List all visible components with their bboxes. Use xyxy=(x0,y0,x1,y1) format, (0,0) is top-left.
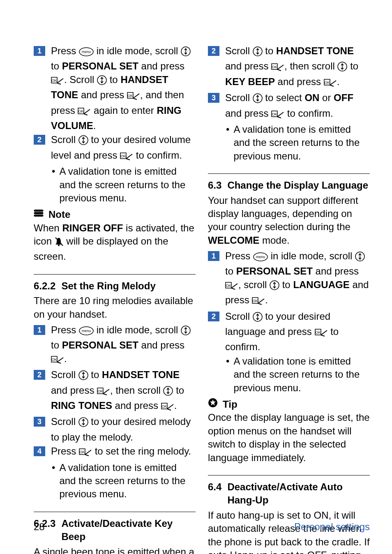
melody-step-4: 4 Press to set the ring melody. xyxy=(34,445,196,460)
bullet-item: • A validation tone is emitted and the s… xyxy=(52,461,196,501)
step-1: 1 Press in idle mode, scroll to PERSONAL… xyxy=(34,44,196,132)
divider xyxy=(34,512,196,512)
text: and press xyxy=(275,76,324,87)
text-strong: LANGUAGE xyxy=(293,279,349,290)
text: and press xyxy=(78,89,127,100)
bullet-item: • A validation tone is emitted and the s… xyxy=(226,355,370,395)
divider xyxy=(208,173,370,174)
text: mode. xyxy=(259,235,289,246)
text: Scroll xyxy=(51,134,78,145)
tip-label: Tip xyxy=(223,398,238,411)
updown-icon xyxy=(253,46,263,60)
tip-icon xyxy=(208,398,218,411)
text: Press xyxy=(51,45,79,56)
text: Press xyxy=(225,250,253,261)
text: in idle mode, scroll xyxy=(94,45,181,56)
text-strong: PERSONAL SET xyxy=(62,60,138,72)
text: . xyxy=(174,400,177,411)
left-column: 1 Press in idle mode, scroll to PERSONAL… xyxy=(34,44,196,554)
text: to xyxy=(279,279,293,290)
note-icon xyxy=(34,208,44,221)
updown-icon xyxy=(270,280,279,293)
ringer-off-icon xyxy=(55,237,64,250)
updown-icon xyxy=(253,93,263,106)
menu-icon xyxy=(79,46,94,60)
beep-step-2: 2 Scroll to HANDSET TONE and press , the… xyxy=(208,44,370,90)
bullet-dot: • xyxy=(52,165,55,205)
right-column: 2 Scroll to HANDSET TONE and press , the… xyxy=(208,44,370,554)
text: in idle mode, scroll xyxy=(268,250,355,261)
text: to xyxy=(51,60,62,72)
text: A single beep tone is emitted when a key… xyxy=(34,546,194,554)
text: and press xyxy=(313,265,359,277)
text: Scroll xyxy=(225,311,253,322)
text: in idle mode, scroll xyxy=(94,324,181,335)
ok-icon xyxy=(51,354,64,367)
heading-text: Deactivate/Activate Auto Hang-Up xyxy=(227,480,370,507)
text: Scroll xyxy=(225,45,253,56)
text: again to enter xyxy=(91,105,157,116)
step-badge-3: 3 xyxy=(208,93,219,103)
ok-icon xyxy=(315,327,328,340)
step-2: 2 Scroll to your desired volume level an… xyxy=(34,133,196,164)
updown-icon xyxy=(78,135,88,148)
text-strong: ON xyxy=(304,92,319,103)
text-strong: HANDSET TONE xyxy=(276,45,354,56)
text: Scroll xyxy=(51,369,78,380)
updown-icon xyxy=(181,325,191,339)
text: , then scroll xyxy=(110,385,163,396)
text: to xyxy=(225,265,236,277)
text: and press xyxy=(138,60,184,72)
lang-step-2: 2 Scroll to your desired language and pr… xyxy=(208,310,370,354)
ok-icon xyxy=(252,295,265,309)
text: . Scroll xyxy=(64,74,97,85)
text: Your handset can support different displ… xyxy=(208,195,358,233)
step-badge-1: 1 xyxy=(208,251,219,261)
bullet-item: • A validation tone is emitted and the s… xyxy=(52,165,196,205)
text: to confirm. xyxy=(133,150,182,161)
page-number: 28 xyxy=(34,520,45,533)
text: and press xyxy=(138,339,184,351)
bullet-dot: • xyxy=(226,123,229,163)
step-badge-1: 1 xyxy=(34,46,45,56)
melody-step-2: 2 Scroll to HANDSET TONE and press , the… xyxy=(34,368,196,414)
bullet-text: A validation tone is emitted and the scr… xyxy=(233,123,370,163)
text: Press xyxy=(51,446,79,457)
beep-intro: A single beep tone is emitted when a key… xyxy=(34,545,196,554)
beep-step-3: 3 Scroll to select ON or OFF and press t… xyxy=(208,91,370,122)
text: When xyxy=(34,222,62,233)
footer: 28 Personal settings xyxy=(34,520,370,533)
step-badge-3: 3 xyxy=(34,417,45,427)
updown-icon xyxy=(253,312,263,325)
text-strong: WELCOME xyxy=(208,235,259,246)
heading-num: 6.2.2 xyxy=(34,279,55,293)
heading-num: 6.3 xyxy=(208,179,221,192)
heading-text: Change the Display Language xyxy=(227,179,370,192)
text: and press xyxy=(225,60,271,72)
heading-63: 6.3 Change the Display Language xyxy=(208,179,370,192)
text: Scroll xyxy=(51,416,78,427)
section-label: Personal settings xyxy=(294,520,370,533)
bullet-item: • A validation tone is emitted and the s… xyxy=(226,123,370,163)
text: Press xyxy=(51,324,79,335)
lang-intro: Your handset can support different displ… xyxy=(208,194,370,247)
text: . xyxy=(265,294,268,305)
heading-text: Set the Ring Melody xyxy=(61,279,196,293)
text: to xyxy=(51,339,62,351)
text: to set the ring melody. xyxy=(92,446,191,457)
tip-body: Once the display language is set, the op… xyxy=(208,411,370,464)
divider xyxy=(208,475,370,476)
ok-icon xyxy=(161,401,174,414)
text-strong: PERSONAL SET xyxy=(236,265,313,277)
updown-icon xyxy=(337,62,347,75)
ok-icon xyxy=(51,75,64,88)
ok-icon xyxy=(79,447,92,460)
updown-icon xyxy=(163,386,173,399)
step-badge-2: 2 xyxy=(208,312,219,321)
step-badge-2: 2 xyxy=(34,135,45,145)
step-badge-1: 1 xyxy=(34,325,45,335)
ok-icon xyxy=(225,280,238,293)
text: to xyxy=(347,60,358,72)
heading-num: 6.4 xyxy=(208,480,221,507)
text: , scroll xyxy=(238,279,270,290)
